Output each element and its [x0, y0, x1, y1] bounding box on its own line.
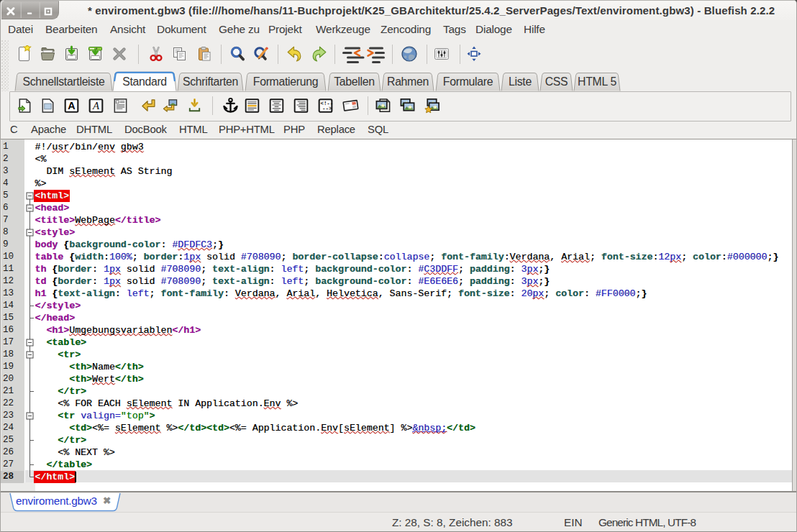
svg-text:A: A — [68, 100, 75, 111]
svg-text:A: A — [92, 100, 100, 111]
svg-text:-->: --> — [322, 106, 332, 111]
